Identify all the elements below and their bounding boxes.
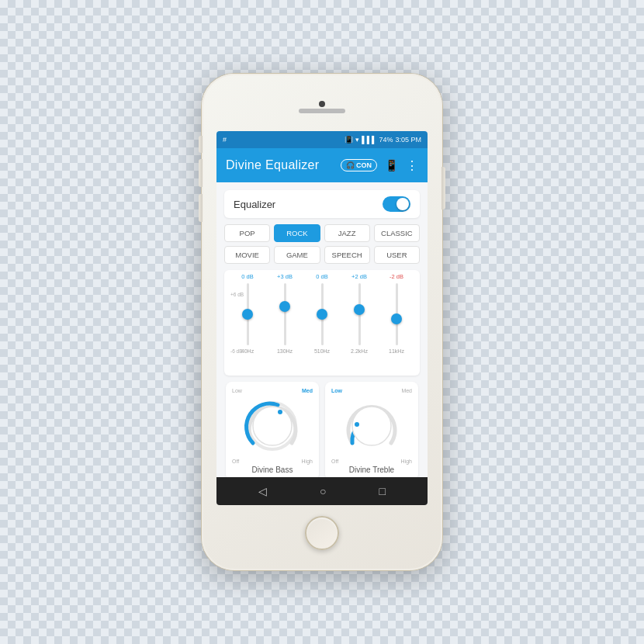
wifi-icon: ▾ (355, 136, 359, 144)
battery-percent: 74% (379, 136, 393, 144)
treble-knob-card: Low Med Off High (325, 382, 418, 477)
treble-knob[interactable] (341, 395, 403, 457)
bass-label: Divine Bass (252, 466, 293, 474)
preset-jazz[interactable]: JAZZ (324, 224, 370, 242)
bottom-nav: ◁ ○ □ (216, 477, 428, 505)
preset-classic[interactable]: CLASSIC (374, 224, 420, 242)
slider-hz-5: 11kHz (389, 348, 404, 354)
bass-high-label: High (302, 459, 313, 464)
svg-point-2 (278, 410, 282, 414)
preset-speech[interactable]: SPEECH (324, 246, 370, 264)
slider-510hz[interactable]: 0 dB 510Hz (303, 273, 341, 354)
treble-low-label: Low (331, 388, 342, 393)
power-button[interactable] (441, 167, 445, 209)
speaker-grille (299, 109, 345, 113)
preset-game[interactable]: GAME (274, 246, 320, 264)
bass-knob-card: Low Med (226, 382, 319, 477)
eq-sliders-panel: +6 dB -6 dB 0 dB 40Hz (224, 270, 420, 376)
con-label: CON (356, 161, 372, 169)
app-title: Divine Equalizer (226, 158, 341, 172)
slider-hz-3: 510Hz (314, 348, 330, 354)
knobs-area: Low Med (224, 382, 420, 477)
front-camera (319, 101, 325, 107)
slider-db-2: +3 dB (277, 273, 293, 280)
volume-up-button[interactable] (199, 159, 203, 187)
toggle-thumb (396, 198, 409, 210)
slider-db-3: 0 dB (316, 273, 327, 280)
slider-hz-4: 2.2kHz (351, 348, 368, 354)
preset-user[interactable]: USER (374, 246, 420, 264)
eq-toggle-row: Equalizer (224, 190, 420, 218)
slider-hz-2: 130Hz (277, 348, 293, 354)
svg-point-1 (253, 407, 292, 445)
mute-button[interactable] (199, 136, 203, 153)
phone-screen: # 📳 ▾ ▌▌▌ 74% 3:05 PM Divine Equalizer 🎧… (216, 131, 428, 505)
vibrate-icon: 📳 (345, 136, 353, 144)
content-area: Equalizer POP ROCK JAZZ CLASSIC MOVIE GA… (216, 182, 428, 477)
bottom-bezel (209, 505, 435, 561)
eq-label: Equalizer (234, 199, 275, 210)
eq-toggle[interactable] (383, 196, 410, 212)
status-bar: # 📳 ▾ ▌▌▌ 74% 3:05 PM (216, 131, 428, 148)
preset-pop[interactable]: POP (224, 224, 270, 242)
menu-icon[interactable]: ⋮ (406, 158, 418, 173)
app-bar-icons: 🎧 CON 📱 ⋮ (341, 158, 418, 173)
signal-icon: ▌▌▌ (362, 136, 376, 144)
slider-2khz[interactable]: +2 dB 2.2kHz (341, 273, 378, 354)
volume-down-button[interactable] (199, 194, 203, 222)
slider-db-1: 0 dB (241, 273, 253, 280)
app-bar: Divine Equalizer 🎧 CON 📱 ⋮ (216, 148, 428, 182)
home-button-nav[interactable]: ○ (320, 485, 326, 497)
back-button[interactable]: ◁ (258, 485, 267, 497)
bass-knob[interactable] (241, 395, 303, 457)
phone-icon: 📱 (385, 159, 398, 171)
preset-grid: POP ROCK JAZZ CLASSIC MOVIE GAME SPEECH … (224, 224, 420, 264)
status-hash: # (223, 136, 227, 144)
phone-device: # 📳 ▾ ▌▌▌ 74% 3:05 PM Divine Equalizer 🎧… (202, 74, 442, 570)
db-scale: +6 dB -6 dB (230, 292, 244, 354)
treble-label: Divine Treble (349, 466, 394, 474)
top-bezel (209, 83, 435, 131)
sliders-container: +6 dB -6 dB 0 dB 40Hz (229, 276, 415, 369)
slider-db-4: +2 dB (351, 273, 367, 280)
preset-rock[interactable]: ROCK (274, 224, 320, 242)
status-icons: 📳 ▾ ▌▌▌ 74% 3:05 PM (345, 136, 421, 144)
svg-point-4 (355, 422, 359, 427)
bass-med-label: Med (302, 388, 313, 393)
bass-low-label: Low (232, 388, 242, 393)
preset-movie[interactable]: MOVIE (224, 246, 270, 264)
slider-db-5: -2 dB (390, 273, 403, 280)
headphone-icon: 🎧 (346, 161, 355, 169)
bass-off-label: Off (232, 459, 239, 464)
con-badge[interactable]: 🎧 CON (341, 159, 377, 171)
slider-130hz[interactable]: +3 dB 130Hz (266, 273, 303, 354)
treble-off-label: Off (331, 459, 338, 464)
treble-high-label: High (401, 459, 412, 464)
physical-home-button[interactable] (305, 516, 339, 550)
recent-button[interactable]: □ (379, 485, 386, 497)
slider-11khz[interactable]: -2 dB 11kHz (378, 273, 415, 354)
treble-med-label: Med (401, 388, 412, 393)
time-display: 3:05 PM (395, 136, 421, 144)
